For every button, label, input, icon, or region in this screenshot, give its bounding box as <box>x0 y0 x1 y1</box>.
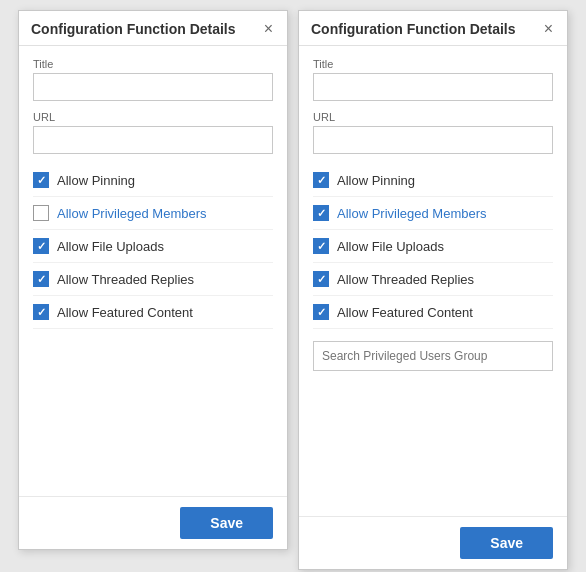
left-checkbox-label-3: Allow Threaded Replies <box>57 272 194 287</box>
right-title-label: Title <box>313 58 553 70</box>
right-checkbox-4[interactable] <box>313 304 329 320</box>
right-checkbox-0[interactable] <box>313 172 329 188</box>
left-url-input[interactable] <box>33 126 273 154</box>
left-url-field-group: URL <box>33 111 273 154</box>
left-title-field-group: Title <box>33 58 273 101</box>
left-checkbox-4[interactable] <box>33 304 49 320</box>
right-url-label: URL <box>313 111 553 123</box>
left-checkbox-label-4: Allow Featured Content <box>57 305 193 320</box>
left-checkbox-row-4: Allow Featured Content <box>33 296 273 329</box>
right-checkbox-row-3: Allow Threaded Replies <box>313 263 553 296</box>
left-checkbox-row-1: Allow Privileged Members <box>33 197 273 230</box>
right-checkbox-label-2: Allow File Uploads <box>337 239 444 254</box>
left-checkbox-0[interactable] <box>33 172 49 188</box>
right-checkbox-3[interactable] <box>313 271 329 287</box>
right-checkbox-label-1: Allow Privileged Members <box>337 206 487 221</box>
right-checkbox-row-0: Allow Pinning <box>313 164 553 197</box>
right-checkbox-1[interactable] <box>313 205 329 221</box>
right-dialog-header: Configuration Function Details × <box>299 11 567 46</box>
left-dialog: Configuration Function Details × Title U… <box>18 10 288 550</box>
left-checkbox-row-2: Allow File Uploads <box>33 230 273 263</box>
right-close-button[interactable]: × <box>542 21 555 37</box>
left-url-label: URL <box>33 111 273 123</box>
left-dialog-body: Title URL Allow Pinning Allow Privileged… <box>19 46 287 496</box>
left-checkbox-1[interactable] <box>33 205 49 221</box>
left-checkbox-3[interactable] <box>33 271 49 287</box>
left-close-button[interactable]: × <box>262 21 275 37</box>
right-url-field-group: URL <box>313 111 553 154</box>
right-dialog-body: Title URL Allow Pinning Allow Privileged… <box>299 46 567 516</box>
left-checkbox-row-0: Allow Pinning <box>33 164 273 197</box>
left-checkbox-label-2: Allow File Uploads <box>57 239 164 254</box>
right-checkbox-label-3: Allow Threaded Replies <box>337 272 474 287</box>
right-title-field-group: Title <box>313 58 553 101</box>
left-dialog-footer: Save <box>19 496 287 549</box>
left-dialog-title: Configuration Function Details <box>31 21 236 37</box>
right-url-input[interactable] <box>313 126 553 154</box>
search-privileged-input[interactable] <box>313 341 553 371</box>
left-dialog-header: Configuration Function Details × <box>19 11 287 46</box>
right-checkbox-row-1: Allow Privileged Members <box>313 197 553 230</box>
right-dialog: Configuration Function Details × Title U… <box>298 10 568 570</box>
left-checkbox-label-1: Allow Privileged Members <box>57 206 207 221</box>
left-save-button[interactable]: Save <box>180 507 273 539</box>
left-checkbox-2[interactable] <box>33 238 49 254</box>
right-dialog-footer: Save <box>299 516 567 569</box>
search-privileged-field <box>313 341 553 371</box>
left-checkbox-row-3: Allow Threaded Replies <box>33 263 273 296</box>
left-title-label: Title <box>33 58 273 70</box>
left-checkbox-label-0: Allow Pinning <box>57 173 135 188</box>
right-dialog-title: Configuration Function Details <box>311 21 516 37</box>
right-title-input[interactable] <box>313 73 553 101</box>
right-checkbox-label-4: Allow Featured Content <box>337 305 473 320</box>
right-checkbox-2[interactable] <box>313 238 329 254</box>
right-save-button[interactable]: Save <box>460 527 553 559</box>
right-checkbox-row-2: Allow File Uploads <box>313 230 553 263</box>
right-checkbox-row-4: Allow Featured Content <box>313 296 553 329</box>
right-checkbox-label-0: Allow Pinning <box>337 173 415 188</box>
left-title-input[interactable] <box>33 73 273 101</box>
